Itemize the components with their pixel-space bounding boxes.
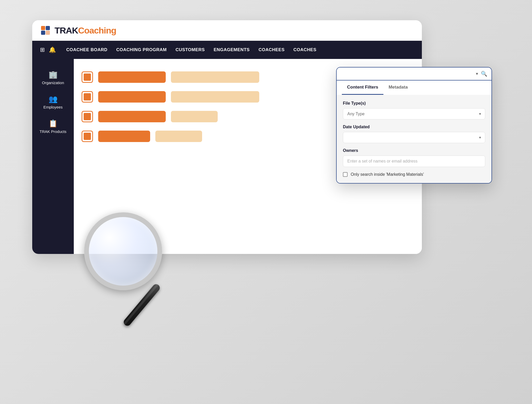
nav-item-coachee-board[interactable]: COACHEE BOARD bbox=[63, 45, 111, 55]
filter-panel: ▼ 🔍 Content Filters Metadata File Type(s… bbox=[336, 67, 492, 184]
svg-rect-3 bbox=[41, 31, 45, 35]
nav-item-coaches[interactable]: COACHES bbox=[290, 45, 320, 55]
chevron-down-icon[interactable]: ▼ bbox=[475, 72, 479, 76]
checkbox-row: Only search inside 'Marketing Materials' bbox=[343, 172, 485, 177]
nav-icons: ⊞ 🔔 bbox=[40, 46, 56, 53]
file-type-select[interactable]: Any Type PDF Word Excel PowerPoint Image bbox=[343, 108, 485, 119]
sidebar: 🏢 Organization 👥 Employees 📋 TRAK Produc… bbox=[32, 59, 74, 254]
checkbox-inner-1 bbox=[84, 73, 91, 81]
row-bar-primary-3 bbox=[98, 111, 166, 122]
row-bar-secondary-3 bbox=[171, 111, 218, 122]
top-bar: TRAKCoaching bbox=[32, 20, 422, 41]
nav-item-coachees[interactable]: COACHEES bbox=[255, 45, 288, 55]
logo: TRAKCoaching bbox=[40, 25, 116, 36]
file-type-select-wrapper: Any Type PDF Word Excel PowerPoint Image bbox=[343, 108, 485, 119]
row-checkbox-2[interactable] bbox=[82, 91, 93, 103]
date-updated-label: Date Updated bbox=[343, 125, 485, 129]
row-bar-secondary-4 bbox=[155, 131, 202, 142]
marketing-materials-checkbox[interactable] bbox=[343, 172, 348, 177]
row-bar-primary-2 bbox=[98, 91, 166, 103]
logo-text: TRAKCoaching bbox=[55, 25, 116, 36]
filter-content: File Type(s) Any Type PDF Word Excel Pow… bbox=[337, 95, 491, 183]
nav-item-customers[interactable]: CUSTOMERS bbox=[172, 45, 209, 55]
file-type-label: File Type(s) bbox=[343, 101, 485, 106]
filter-search-input[interactable] bbox=[341, 71, 473, 76]
row-checkbox-4[interactable] bbox=[82, 131, 93, 142]
products-icon: 📋 bbox=[49, 119, 58, 128]
row-bar-primary-4 bbox=[98, 131, 150, 142]
row-bar-secondary-2 bbox=[171, 91, 259, 103]
magnifier-handle bbox=[122, 283, 161, 327]
tab-content-filters[interactable]: Content Filters bbox=[342, 80, 383, 95]
file-type-section: File Type(s) Any Type PDF Word Excel Pow… bbox=[343, 101, 485, 119]
checkbox-inner-4 bbox=[84, 133, 91, 140]
row-checkbox-3[interactable] bbox=[82, 111, 93, 122]
nav-item-engagements[interactable]: ENGAGEMENTS bbox=[210, 45, 253, 55]
owners-section: Owners bbox=[343, 148, 485, 167]
nav-bar: ⊞ 🔔 COACHEE BOARD COACHING PROGRAM CUSTO… bbox=[32, 41, 422, 59]
owners-label: Owners bbox=[343, 148, 485, 153]
checkbox-label: Only search inside 'Marketing Materials' bbox=[351, 172, 424, 177]
row-bar-primary-1 bbox=[98, 71, 166, 83]
filter-search-actions: ▼ 🔍 bbox=[475, 71, 487, 77]
filter-tabs: Content Filters Metadata bbox=[337, 80, 491, 95]
employees-icon: 👥 bbox=[49, 95, 58, 103]
svg-rect-4 bbox=[46, 31, 50, 35]
organization-icon: 🏢 bbox=[49, 70, 58, 79]
row-checkbox-1[interactable] bbox=[82, 71, 93, 83]
nav-item-coaching-program[interactable]: COACHING PROGRAM bbox=[113, 45, 170, 55]
logo-icon bbox=[40, 25, 51, 36]
sidebar-label-employees: Employees bbox=[43, 105, 63, 109]
date-updated-section: Date Updated Today This Week This Month … bbox=[343, 125, 485, 143]
sidebar-label-organization: Organization bbox=[42, 80, 64, 85]
filter-search-bar: ▼ 🔍 bbox=[337, 68, 491, 80]
svg-rect-2 bbox=[46, 26, 50, 30]
bell-icon[interactable]: 🔔 bbox=[49, 46, 56, 53]
checkbox-inner-3 bbox=[84, 113, 91, 120]
svg-rect-1 bbox=[41, 26, 45, 30]
date-updated-select[interactable]: Today This Week This Month This Year bbox=[343, 132, 485, 143]
date-updated-wrapper: Today This Week This Month This Year bbox=[343, 132, 485, 143]
sidebar-item-trak-products[interactable]: 📋 TRAK Products bbox=[36, 116, 70, 137]
sidebar-item-employees[interactable]: 👥 Employees bbox=[36, 91, 70, 113]
row-bar-secondary-1 bbox=[171, 71, 259, 83]
owners-input[interactable] bbox=[343, 156, 485, 167]
search-icon[interactable]: 🔍 bbox=[481, 71, 487, 77]
sidebar-label-trak-products: TRAK Products bbox=[39, 129, 66, 134]
tab-metadata[interactable]: Metadata bbox=[383, 80, 413, 95]
checkbox-inner-2 bbox=[84, 93, 91, 100]
grid-icon[interactable]: ⊞ bbox=[40, 46, 45, 53]
sidebar-item-organization[interactable]: 🏢 Organization bbox=[36, 67, 70, 89]
